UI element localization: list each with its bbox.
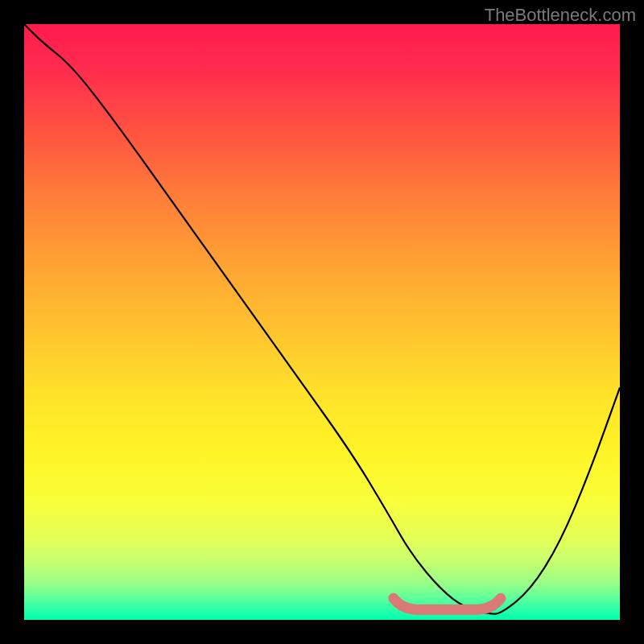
curve-line [24,24,620,614]
bottleneck-curve [24,24,620,620]
watermark-text: TheBottleneck.com [485,5,636,26]
plot-area [24,24,620,620]
chart-container: TheBottleneck.com [0,0,644,644]
